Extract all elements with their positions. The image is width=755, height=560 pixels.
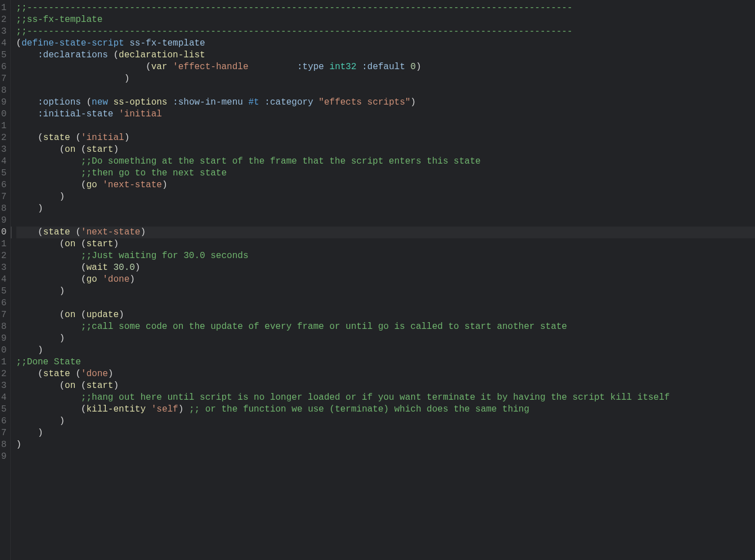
code-line[interactable]	[16, 120, 755, 132]
line-number: 8	[1, 439, 7, 451]
code-line[interactable]: )	[16, 345, 755, 356]
code-area[interactable]: ;;--------------------------------------…	[11, 0, 755, 560]
code-line[interactable]: ;;--------------------------------------…	[16, 2, 755, 14]
code-line[interactable]: (kill-entity 'self) ;; or the function w…	[16, 404, 755, 416]
function: go	[86, 180, 97, 190]
line-number: 6	[1, 416, 7, 427]
symbol-literal: 'next-state	[81, 227, 141, 237]
keyword: define-state-script	[21, 38, 124, 48]
function: on	[65, 144, 75, 155]
type: int32	[330, 62, 357, 72]
line-number: 4	[1, 392, 7, 404]
code-line[interactable]: :options (new ss-options :show-in-menu #…	[16, 97, 755, 109]
code-line[interactable]: (state ('initial)	[16, 132, 755, 144]
symbol-literal: 'initial	[81, 133, 124, 143]
comment: ;;Done State	[16, 357, 81, 367]
line-number: 9	[1, 451, 7, 463]
function: go	[86, 274, 97, 284]
keyword-arg: :show-in-menu	[173, 97, 243, 107]
line-number: 3	[1, 26, 7, 38]
code-line[interactable]: :initial-state 'initial	[16, 109, 755, 120]
function: wait	[86, 263, 107, 273]
line-number: 0	[1, 345, 7, 356]
code-line[interactable]: )	[16, 416, 755, 427]
comment: ;;call some code on the update of every …	[81, 322, 567, 332]
function: update	[86, 310, 119, 320]
number: 30.0	[113, 263, 134, 273]
code-line[interactable]: ;;Just waiting for 30.0 seconds	[16, 250, 755, 262]
code-line[interactable]	[16, 215, 755, 227]
code-line[interactable]: ;;hang out here until script is no longe…	[16, 392, 755, 404]
code-line[interactable]: ;;then go to the next state	[16, 168, 755, 179]
comment: ;;then go to the next state	[81, 168, 227, 178]
line-number-gutter: 123456789012345678901234567890123456789	[0, 0, 11, 560]
code-line[interactable]: )	[16, 191, 755, 203]
code-line[interactable]: )	[16, 286, 755, 297]
code-line[interactable]: (on (start)	[16, 144, 755, 156]
function: start	[86, 239, 113, 249]
line-number: 7	[1, 427, 7, 439]
function: start	[86, 381, 113, 391]
code-line[interactable]: :declarations (declaration-list	[16, 49, 755, 61]
code-line[interactable]	[16, 451, 755, 463]
function: state	[43, 133, 70, 143]
code-line[interactable]: (on (start)	[16, 380, 755, 392]
code-line[interactable]: )	[16, 203, 755, 215]
line-number: 2	[1, 14, 7, 26]
code-line[interactable]	[16, 297, 755, 309]
code-line[interactable]: (go 'next-state)	[16, 179, 755, 191]
line-number: 0	[1, 109, 7, 120]
line-number: 4	[1, 38, 7, 49]
function: declaration-list	[119, 50, 205, 60]
line-number: 1	[1, 120, 7, 132]
line-number: 9	[1, 215, 7, 227]
line-number: 1	[1, 2, 7, 14]
keyword-arg: :initial-state	[38, 109, 113, 119]
code-line[interactable]: (wait 30.0)	[16, 262, 755, 274]
comment: ;;hang out here until script is no longe…	[81, 392, 670, 403]
line-number: 8	[1, 321, 7, 333]
comment: ;;ss-fx-template	[16, 15, 103, 25]
code-line[interactable]: ;;ss-fx-template	[16, 14, 755, 26]
function: state	[43, 227, 70, 237]
code-line[interactable]: (go 'done)	[16, 274, 755, 286]
code-line[interactable]	[16, 85, 755, 97]
keyword-arg: :declarations	[38, 50, 108, 60]
code-editor[interactable]: 123456789012345678901234567890123456789 …	[0, 0, 755, 560]
line-number: 4	[1, 156, 7, 168]
symbol-literal: 'self	[151, 404, 178, 414]
line-number: 1	[1, 238, 7, 250]
code-line[interactable]: ;;--------------------------------------…	[16, 26, 755, 38]
comment: ;; or the function we use (terminate) wh…	[189, 404, 529, 414]
code-line[interactable]: (define-state-script ss-fx-template	[16, 38, 755, 49]
keyword: new	[92, 97, 108, 107]
code-line[interactable]: (var 'effect-handle :type int32 :default…	[16, 61, 755, 73]
line-number: 7	[1, 309, 7, 321]
code-line[interactable]: (on (start)	[16, 238, 755, 250]
line-number: 5	[1, 49, 7, 61]
keyword-arg: :default	[362, 62, 405, 72]
comment: ;;--------------------------------------…	[16, 3, 573, 13]
code-line[interactable]: (state ('done)	[16, 368, 755, 380]
line-number: 0	[1, 227, 7, 238]
code-line[interactable]: )	[16, 73, 755, 85]
code-line[interactable]: ;;Do something at the start of the frame…	[16, 156, 755, 168]
line-number: 9	[1, 333, 7, 345]
comment: ;;--------------------------------------…	[16, 26, 573, 37]
keyword-arg: :options	[38, 97, 81, 107]
code-line[interactable]: )	[16, 439, 755, 451]
code-line[interactable]: )	[16, 333, 755, 345]
number: 0	[411, 62, 416, 72]
function: on	[65, 381, 75, 391]
code-line-current[interactable]: (state ('next-state)	[16, 227, 755, 238]
code-line[interactable]: ;;Done State	[16, 356, 755, 368]
line-number: 2	[1, 132, 7, 144]
line-number: 8	[1, 85, 7, 97]
line-number: 4	[1, 274, 7, 286]
code-line[interactable]: )	[16, 427, 755, 439]
symbol: ss-fx-template	[129, 38, 205, 48]
code-line[interactable]: (on (update)	[16, 309, 755, 321]
function: on	[65, 239, 75, 249]
keyword-arg: :type	[297, 62, 324, 72]
code-line[interactable]: ;;call some code on the update of every …	[16, 321, 755, 333]
